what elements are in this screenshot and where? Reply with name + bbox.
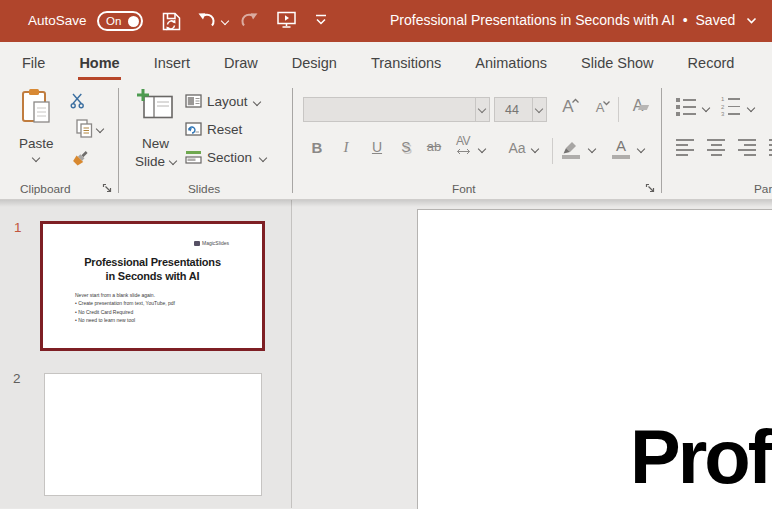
new-slide-dropdown-chevron <box>169 157 177 165</box>
italic-button[interactable]: I <box>338 139 354 156</box>
font-size-combobox[interactable]: 44 <box>494 97 547 122</box>
customize-toolbar-icon[interactable] <box>314 14 328 27</box>
copy-dropdown-chevron[interactable] <box>96 125 104 133</box>
autosave-label: AutoSave <box>28 13 87 28</box>
reset-icon <box>185 122 202 136</box>
font-color-chevron[interactable] <box>637 145 645 153</box>
autosave-toggle-state: On <box>106 15 121 27</box>
document-title[interactable]: Professional Presentations in Seconds wi… <box>390 12 757 28</box>
font-color-letter: A <box>616 137 626 154</box>
tab-design[interactable]: Design <box>292 55 337 71</box>
bullets-chevron[interactable] <box>702 104 710 112</box>
redo-icon[interactable] <box>240 10 260 30</box>
layout-label: Layout <box>207 94 248 109</box>
change-case-button[interactable]: Aa <box>505 140 529 156</box>
section-icon <box>185 150 202 164</box>
layout-button[interactable]: Layout <box>185 94 265 114</box>
tab-insert[interactable]: Insert <box>154 55 190 71</box>
paste-icon <box>20 88 53 124</box>
font-group-label: Font <box>452 182 476 196</box>
new-slide-button[interactable]: New Slide <box>130 85 180 165</box>
paste-button[interactable]: Paste <box>10 85 62 165</box>
new-slide-icon <box>135 87 175 121</box>
grow-font-button[interactable]: A <box>556 97 580 117</box>
highlighter-icon <box>560 138 582 156</box>
autosave-toggle[interactable]: On <box>97 11 143 31</box>
tab-record[interactable]: Record <box>688 55 735 71</box>
clipboard-group-label: Clipboard <box>20 182 71 196</box>
document-title-text: Professional Presentations in Seconds wi… <box>390 12 675 28</box>
section-button[interactable]: Section <box>185 150 270 170</box>
bullets-button[interactable] <box>676 98 698 116</box>
font-name-dropdown[interactable] <box>475 98 489 121</box>
shrink-font-button[interactable]: A <box>590 100 610 115</box>
paragraph-group-label: Paragraph <box>754 182 772 196</box>
slide-2-number: 2 <box>13 371 21 386</box>
align-left-button[interactable] <box>676 139 694 156</box>
numbering-chevron[interactable] <box>747 104 755 112</box>
reset-button[interactable]: Reset <box>185 122 265 142</box>
slide-thumbnail-panel: 1 MagicSlides Professional Presentations… <box>0 200 291 508</box>
slide-2-thumbnail[interactable] <box>44 373 262 496</box>
undo-dropdown-chevron[interactable] <box>221 17 229 25</box>
menu-bar: File Home Insert Draw Design Transitions… <box>0 42 772 83</box>
slide-1-title: Professional Presentations in Seconds wi… <box>43 256 262 283</box>
paste-dropdown-chevron <box>32 154 40 162</box>
title-dropdown-chevron[interactable] <box>746 17 757 25</box>
underline-button[interactable]: U <box>368 139 386 155</box>
group-divider <box>661 88 662 193</box>
tab-home[interactable]: Home <box>79 55 119 71</box>
numbering-button[interactable]: 1 2 3 <box>721 97 743 116</box>
save-icon[interactable] <box>160 10 183 33</box>
copy-icon[interactable] <box>76 119 93 138</box>
change-case-chevron[interactable] <box>531 145 539 153</box>
character-spacing-button[interactable]: AV <box>452 136 474 156</box>
slide-logo: MagicSlides <box>194 240 229 246</box>
font-color-button[interactable]: A <box>610 137 632 163</box>
slide-1-number: 1 <box>14 220 22 235</box>
title-bar: AutoSave On Professional Presentations i… <box>0 0 772 42</box>
cut-icon[interactable] <box>70 93 85 109</box>
format-painter-icon[interactable] <box>70 150 89 168</box>
content-area: 1 MagicSlides Professional Presentations… <box>0 200 772 508</box>
logo-text: MagicSlides <box>202 240 229 246</box>
clipboard-dialog-launcher-icon[interactable] <box>102 183 113 194</box>
tab-file[interactable]: File <box>22 55 45 71</box>
bold-button[interactable]: B <box>308 139 326 156</box>
present-to-display-icon[interactable] <box>276 10 297 30</box>
section-dropdown-chevron <box>259 154 267 162</box>
save-status: Saved <box>696 12 736 28</box>
align-right-button[interactable] <box>738 139 756 156</box>
title-separator: • <box>683 12 688 28</box>
magicslides-logo-icon <box>194 241 200 246</box>
slide-editor-area: Prof <box>292 200 772 508</box>
font-size-value: 44 <box>505 103 519 117</box>
clear-formatting-button[interactable]: A <box>626 97 650 115</box>
text-shadow-button[interactable]: S <box>397 139 415 155</box>
tab-draw[interactable]: Draw <box>224 55 258 71</box>
tab-transitions[interactable]: Transitions <box>371 55 441 71</box>
slide-1-thumbnail[interactable]: MagicSlides Professional Presentations i… <box>40 221 265 351</box>
paste-label: Paste <box>19 136 54 151</box>
slide-title-text[interactable]: Prof <box>630 413 770 500</box>
autosave-toggle-knob <box>128 16 139 27</box>
highlight-color-button[interactable] <box>560 138 582 164</box>
font-name-combobox[interactable] <box>303 97 490 122</box>
character-spacing-chevron[interactable] <box>478 145 486 153</box>
group-divider <box>118 88 119 193</box>
tab-animations[interactable]: Animations <box>475 55 547 71</box>
align-center-button[interactable] <box>707 139 725 156</box>
layout-icon <box>185 94 202 108</box>
slide-canvas[interactable]: Prof <box>417 209 772 509</box>
new-slide-label-line1: New <box>142 136 169 151</box>
strikethrough-button[interactable]: ab <box>424 139 444 154</box>
font-dialog-launcher-icon[interactable] <box>645 183 656 194</box>
undo-icon[interactable] <box>196 10 216 30</box>
highlight-color-chevron[interactable] <box>588 145 596 153</box>
slides-group-label: Slides <box>188 182 220 196</box>
slide-1-body: Never start from a blank slide again. • … <box>75 291 175 324</box>
tab-slide-show[interactable]: Slide Show <box>581 55 654 71</box>
layout-dropdown-chevron <box>253 98 261 106</box>
font-size-dropdown[interactable] <box>532 98 546 121</box>
ribbon: Paste Clipboard <box>0 83 772 200</box>
